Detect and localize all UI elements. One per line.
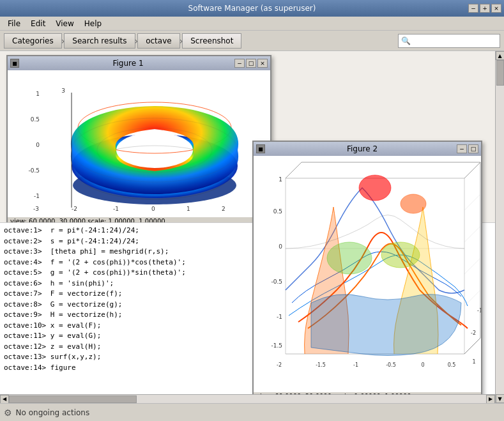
toolbar: Categories › Search results › octave › S… — [0, 31, 504, 51]
svg-text:-1: -1 — [277, 314, 282, 320]
search-box[interactable]: 🔍 — [398, 34, 500, 48]
breadcrumb-sep-2: › — [135, 36, 139, 46]
breadcrumb-tabs: Categories › Search results › octave › S… — [4, 33, 241, 49]
svg-text:0: 0 — [36, 142, 40, 148]
right-scrollbar[interactable]: ▲ ▼ — [495, 51, 504, 403]
figure2-plot: 1 0.5 0 -0.5 -1 -1.5 — [254, 156, 481, 392]
figure2-title-bar[interactable]: ■ Figure 2 − □ — [254, 142, 481, 156]
figure1-close[interactable]: × — [257, 59, 268, 68]
menu-view[interactable]: View — [50, 19, 79, 29]
tab-octave[interactable]: octave — [137, 33, 179, 49]
svg-text:-0.5: -0.5 — [28, 167, 40, 174]
svg-text:-0.5: -0.5 — [386, 362, 396, 368]
scroll-up-arrow[interactable]: ▲ — [496, 51, 505, 60]
svg-text:-1.5: -1.5 — [271, 342, 282, 349]
svg-text:0.5: 0.5 — [448, 362, 456, 368]
svg-text:0: 0 — [421, 362, 424, 368]
title-bar: Software Manager (as superuser) − + × — [0, 0, 504, 17]
scroll-right-arrow[interactable]: ▶ — [486, 395, 495, 404]
app-title: Software Manager (as superuser) — [188, 4, 316, 13]
svg-point-40 — [381, 242, 420, 268]
svg-text:-1.5: -1.5 — [316, 362, 326, 368]
svg-text:0: 0 — [151, 206, 155, 212]
menu-edit[interactable]: Edit — [26, 19, 50, 29]
figure1-maximize[interactable]: □ — [246, 59, 256, 68]
svg-text:-0.5: -0.5 — [271, 279, 282, 285]
svg-text:-1: -1 — [113, 206, 119, 212]
figure1-icon: ■ — [10, 59, 19, 68]
status-bar: ⚙ No ongoing actions — [0, 403, 504, 421]
tab-screenshot[interactable]: Screenshot — [182, 33, 241, 49]
main-content: ■ Figure 1 − □ × 1 0.5 0 -0.5 -1 — [0, 51, 504, 403]
svg-text:1: 1 — [187, 206, 190, 212]
figure1-title-bar[interactable]: ■ Figure 1 − □ × — [8, 56, 270, 70]
gear-icon: ⚙ — [4, 408, 12, 418]
bottom-scrollbar[interactable]: ◀ ▶ — [0, 394, 495, 403]
svg-text:-2: -2 — [72, 206, 77, 212]
figure2-minimize[interactable]: − — [457, 144, 467, 153]
figure2-window: ■ Figure 2 − □ — [252, 141, 482, 402]
title-bar-controls: − + × — [468, 4, 501, 13]
svg-point-37 — [359, 175, 391, 201]
svg-point-9 — [116, 132, 193, 168]
scroll-left-arrow[interactable]: ◀ — [0, 395, 9, 404]
status-text: No ongoing actions — [16, 408, 90, 417]
figure2-controls: − □ — [457, 144, 478, 153]
figure2-icon: ■ — [256, 144, 265, 153]
svg-text:-2: -2 — [277, 362, 282, 368]
menu-help[interactable]: Help — [79, 19, 107, 29]
figure2-maximize[interactable]: □ — [468, 144, 478, 153]
minimize-button[interactable]: − — [468, 4, 478, 13]
tab-search-results[interactable]: Search results — [64, 33, 135, 49]
svg-text:1: 1 — [36, 91, 40, 97]
search-input[interactable] — [413, 36, 496, 45]
svg-text:-1: -1 — [353, 362, 358, 368]
scroll-thumb-vertical[interactable] — [496, 60, 504, 86]
figure1-minimize[interactable]: − — [234, 59, 245, 68]
svg-text:-3: -3 — [33, 206, 39, 212]
menu-bar: File Edit View Help — [0, 17, 504, 31]
close-button[interactable]: × — [491, 4, 501, 13]
scroll-track-horizontal[interactable] — [9, 395, 486, 403]
figure1-plot: 1 0.5 0 -0.5 -1 — [8, 70, 270, 217]
figure2-title: Figure 2 — [268, 144, 457, 153]
svg-text:2: 2 — [222, 206, 225, 212]
svg-text:-1: -1 — [34, 193, 40, 199]
svg-text:0.5: 0.5 — [31, 116, 40, 123]
figure1-controls: − □ × — [234, 59, 268, 68]
figure1-title: Figure 1 — [22, 59, 234, 68]
tab-categories[interactable]: Categories — [4, 33, 62, 49]
svg-text:-2: -2 — [471, 330, 476, 336]
scroll-thumb-horizontal[interactable] — [9, 395, 137, 403]
svg-text:0.5: 0.5 — [273, 208, 282, 215]
menu-file[interactable]: File — [3, 19, 26, 29]
svg-text:1: 1 — [472, 359, 475, 365]
figure1-window: ■ Figure 1 − □ × 1 0.5 0 -0.5 -1 — [6, 55, 271, 227]
figure2-body: 1 0.5 0 -0.5 -1 -1.5 — [254, 156, 481, 392]
svg-text:0: 0 — [279, 243, 282, 250]
svg-point-39 — [327, 242, 372, 274]
svg-text:3: 3 — [61, 88, 65, 94]
svg-point-38 — [401, 194, 426, 213]
scroll-down-arrow[interactable]: ▼ — [496, 394, 505, 403]
maximize-button[interactable]: + — [480, 4, 490, 13]
breadcrumb-sep-3: › — [179, 36, 183, 46]
scroll-track-vertical[interactable] — [496, 60, 504, 394]
breadcrumb-sep-1: › — [61, 36, 65, 46]
figure1-body: 1 0.5 0 -0.5 -1 — [8, 70, 270, 217]
svg-text:1: 1 — [279, 176, 282, 183]
search-icon: 🔍 — [401, 36, 411, 45]
